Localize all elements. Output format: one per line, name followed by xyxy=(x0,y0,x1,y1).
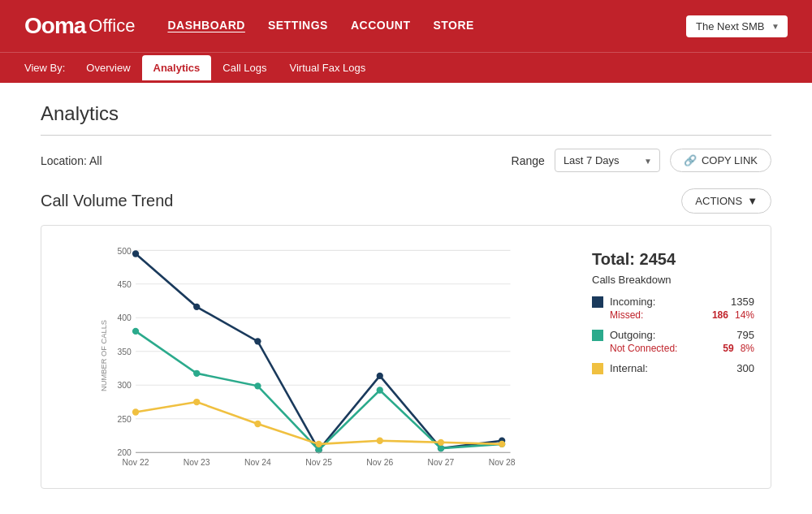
not-connected-value: 59 xyxy=(723,343,733,354)
xlabel-nov24: Nov 24 xyxy=(244,458,271,467)
internal-dot-5 xyxy=(438,439,444,446)
outgoing-line xyxy=(136,331,502,450)
nav-settings[interactable]: SETTINGS xyxy=(268,19,328,33)
controls-row: Location: All Range Last 7 Days Last 30 … xyxy=(41,149,771,172)
chart-area: NUMBER OF CALLS 500 450 400 xyxy=(58,242,576,472)
nav-store[interactable]: STORE xyxy=(433,19,473,33)
range-select-wrap: Last 7 Days Last 30 Days Last 90 Days xyxy=(555,149,660,172)
internal-dot-2 xyxy=(254,421,261,427)
incoming-dot-2 xyxy=(254,338,261,344)
account-selector-wrap: The Next SMB xyxy=(686,15,788,37)
account-selector[interactable]: The Next SMB xyxy=(686,15,788,37)
outgoing-name: Outgoing: xyxy=(610,329,730,341)
xlabel-nov26: Nov 26 xyxy=(366,458,393,467)
outgoing-dot-0 xyxy=(132,328,139,335)
range-select[interactable]: Last 7 Days Last 30 Days Last 90 Days xyxy=(555,149,660,172)
outgoing-color-swatch xyxy=(592,330,603,341)
logo: Ooma Office xyxy=(24,13,135,39)
internal-color-swatch xyxy=(592,363,603,374)
location-label: Location: All xyxy=(41,154,102,167)
internal-dot-3 xyxy=(315,441,322,447)
outgoing-dot-5 xyxy=(438,445,444,451)
copy-link-button[interactable]: 🔗 COPY LINK xyxy=(670,149,771,172)
y-axis-label: NUMBER OF CALLS xyxy=(100,320,108,391)
ytick-250: 250 xyxy=(118,415,132,424)
chart-breakdown-title: Calls Breakdown xyxy=(592,274,754,286)
logo-ooma: Ooma xyxy=(24,13,85,39)
actions-label: ACTIONS xyxy=(695,195,742,207)
chart-svg: NUMBER OF CALLS 500 450 400 xyxy=(58,242,576,469)
range-label: Range xyxy=(512,154,545,167)
outgoing-dot-2 xyxy=(254,382,261,389)
internal-value: 300 xyxy=(736,362,754,374)
actions-chevron-icon: ▼ xyxy=(747,195,758,207)
missed-value: 186 xyxy=(712,309,728,321)
ytick-500: 500 xyxy=(118,247,132,256)
not-connected-sub-row: Not Connected: 59 8% xyxy=(592,343,754,354)
internal-dot-6 xyxy=(499,441,505,447)
xlabel-nov23: Nov 23 xyxy=(184,458,210,467)
tab-overview[interactable]: Overview xyxy=(75,55,141,80)
incoming-value: 1359 xyxy=(731,296,754,308)
page-title: Analytics xyxy=(41,102,771,125)
xlabel-nov27: Nov 27 xyxy=(428,458,455,467)
divider xyxy=(41,135,771,136)
internal-dot-4 xyxy=(377,438,383,444)
main-nav: DASHBOARD SETTINGS ACCOUNT STORE xyxy=(167,19,686,33)
tab-call-logs[interactable]: Call Logs xyxy=(211,55,278,80)
ytick-450: 450 xyxy=(118,280,132,289)
incoming-dot-0 xyxy=(132,250,139,257)
legend-item-incoming: Incoming: 1359 Missed: 186 14% xyxy=(592,296,754,321)
not-connected-name: Not Connected: xyxy=(610,343,716,354)
tab-virtual-fax-logs[interactable]: Virtual Fax Logs xyxy=(279,55,378,80)
incoming-name: Incoming: xyxy=(610,296,724,308)
logo-office: Office xyxy=(89,15,135,37)
not-connected-pct: 8% xyxy=(741,343,754,354)
chart-legend: Total: 2454 Calls Breakdown Incoming: 13… xyxy=(592,242,754,472)
chart-header: Call Volume Trend ACTIONS ▼ xyxy=(41,188,771,214)
top-navigation: Ooma Office DASHBOARD SETTINGS ACCOUNT S… xyxy=(0,0,812,52)
internal-dot-0 xyxy=(132,408,139,415)
right-controls: Range Last 7 Days Last 30 Days Last 90 D… xyxy=(512,149,771,172)
xlabel-nov22: Nov 22 xyxy=(123,458,149,467)
legend-row-outgoing: Outgoing: 795 xyxy=(592,329,754,341)
incoming-dot-4 xyxy=(377,373,383,379)
ytick-200: 200 xyxy=(118,448,132,457)
outgoing-value: 795 xyxy=(736,329,754,341)
link-icon: 🔗 xyxy=(684,154,697,166)
internal-dot-1 xyxy=(193,399,200,405)
xlabel-nov28: Nov 28 xyxy=(489,458,516,467)
nav-dashboard[interactable]: DASHBOARD xyxy=(167,19,245,33)
ytick-350: 350 xyxy=(118,348,132,356)
sub-navigation: View By: Overview Analytics Call Logs Vi… xyxy=(0,52,812,83)
copy-link-label: COPY LINK xyxy=(702,154,758,166)
missed-name: Missed: xyxy=(610,309,706,321)
legend-row-incoming: Incoming: 1359 xyxy=(592,296,754,308)
nav-account[interactable]: ACCOUNT xyxy=(351,19,411,33)
chart-title: Call Volume Trend xyxy=(41,192,173,210)
missed-pct: 14% xyxy=(735,309,754,321)
actions-button[interactable]: ACTIONS ▼ xyxy=(681,188,771,214)
incoming-color-swatch xyxy=(592,296,603,308)
missed-sub-row: Missed: 186 14% xyxy=(592,309,754,321)
tab-analytics[interactable]: Analytics xyxy=(142,55,212,80)
internal-line xyxy=(136,402,502,444)
outgoing-dot-4 xyxy=(377,387,383,393)
chart-total: Total: 2454 xyxy=(592,250,754,269)
page-content: Analytics Location: All Range Last 7 Day… xyxy=(16,83,796,508)
view-by-label: View By: xyxy=(24,62,65,74)
legend-item-outgoing: Outgoing: 795 Not Connected: 59 8% xyxy=(592,329,754,354)
outgoing-dot-1 xyxy=(193,370,200,377)
incoming-dot-1 xyxy=(193,304,200,310)
legend-row-internal: Internal: 300 xyxy=(592,362,754,374)
chart-section: Call Volume Trend ACTIONS ▼ NUMBER OF CA… xyxy=(41,188,771,489)
ytick-300: 300 xyxy=(118,381,132,390)
incoming-line xyxy=(136,254,502,451)
ytick-400: 400 xyxy=(118,313,132,322)
xlabel-nov25: Nov 25 xyxy=(305,458,332,467)
legend-item-internal: Internal: 300 xyxy=(592,362,754,374)
chart-container: NUMBER OF CALLS 500 450 400 xyxy=(41,225,771,489)
internal-name: Internal: xyxy=(610,362,730,374)
